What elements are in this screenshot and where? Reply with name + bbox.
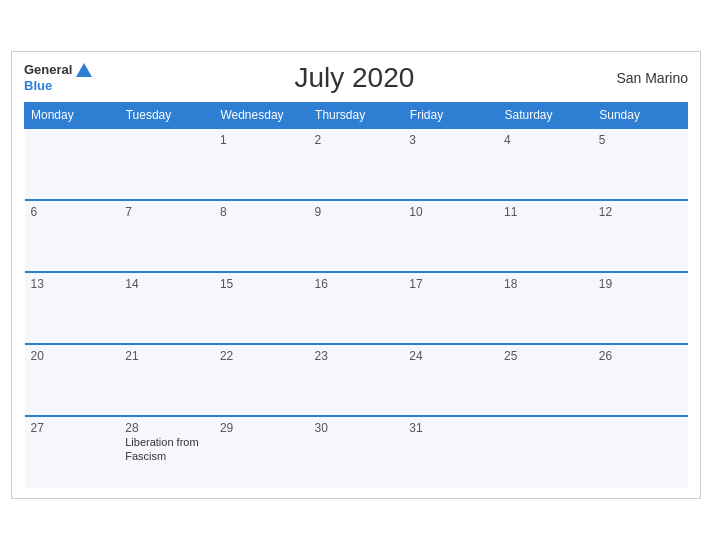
day-number: 21 (125, 349, 208, 363)
logo-triangle-icon (76, 63, 92, 77)
day-number: 20 (31, 349, 114, 363)
day-number: 29 (220, 421, 303, 435)
calendar-table: Monday Tuesday Wednesday Thursday Friday… (24, 102, 688, 488)
calendar-cell: 20 (25, 344, 120, 416)
day-number: 7 (125, 205, 208, 219)
calendar-cell: 14 (119, 272, 214, 344)
calendar-cell: 30 (309, 416, 404, 488)
calendar-cell: 28Liberation from Fascism (119, 416, 214, 488)
day-number: 4 (504, 133, 587, 147)
calendar-cell: 15 (214, 272, 309, 344)
header-sunday: Sunday (593, 103, 688, 129)
calendar-cell: 16 (309, 272, 404, 344)
day-number: 26 (599, 349, 682, 363)
calendar-cell: 10 (403, 200, 498, 272)
calendar-cell (25, 128, 120, 200)
week-row-4: 20212223242526 (25, 344, 688, 416)
calendar-cell: 2 (309, 128, 404, 200)
header-thursday: Thursday (309, 103, 404, 129)
calendar-cell: 4 (498, 128, 593, 200)
day-number: 6 (31, 205, 114, 219)
calendar-cell: 18 (498, 272, 593, 344)
day-number: 28 (125, 421, 208, 435)
day-number: 5 (599, 133, 682, 147)
header-tuesday: Tuesday (119, 103, 214, 129)
days-header-row: Monday Tuesday Wednesday Thursday Friday… (25, 103, 688, 129)
day-number: 31 (409, 421, 492, 435)
day-number: 13 (31, 277, 114, 291)
calendar-cell: 12 (593, 200, 688, 272)
header-wednesday: Wednesday (214, 103, 309, 129)
day-number: 24 (409, 349, 492, 363)
day-number: 16 (315, 277, 398, 291)
calendar-thead: Monday Tuesday Wednesday Thursday Friday… (25, 103, 688, 129)
week-row-5: 2728Liberation from Fascism293031 (25, 416, 688, 488)
header-friday: Friday (403, 103, 498, 129)
calendar-cell: 29 (214, 416, 309, 488)
calendar-header: General Blue July 2020 San Marino (24, 62, 688, 94)
calendar-cell: 19 (593, 272, 688, 344)
calendar-cell: 13 (25, 272, 120, 344)
calendar-cell: 24 (403, 344, 498, 416)
calendar-cell: 11 (498, 200, 593, 272)
calendar-cell: 6 (25, 200, 120, 272)
calendar-cell: 9 (309, 200, 404, 272)
calendar-cell: 7 (119, 200, 214, 272)
calendar-cell: 22 (214, 344, 309, 416)
day-number: 22 (220, 349, 303, 363)
event-label: Liberation from Fascism (125, 436, 198, 462)
calendar-cell: 17 (403, 272, 498, 344)
calendar-cell: 27 (25, 416, 120, 488)
day-number: 9 (315, 205, 398, 219)
calendar-cell: 31 (403, 416, 498, 488)
calendar-cell: 5 (593, 128, 688, 200)
calendar-cell: 25 (498, 344, 593, 416)
day-number: 15 (220, 277, 303, 291)
logo: General Blue (24, 62, 92, 93)
week-row-3: 13141516171819 (25, 272, 688, 344)
day-number: 14 (125, 277, 208, 291)
day-number: 23 (315, 349, 398, 363)
day-number: 11 (504, 205, 587, 219)
day-number: 8 (220, 205, 303, 219)
month-title: July 2020 (294, 62, 414, 94)
calendar-cell: 8 (214, 200, 309, 272)
day-number: 25 (504, 349, 587, 363)
logo-blue: Blue (24, 78, 52, 94)
week-row-2: 6789101112 (25, 200, 688, 272)
header-monday: Monday (25, 103, 120, 129)
week-row-1: 12345 (25, 128, 688, 200)
country-name: San Marino (616, 70, 688, 86)
calendar-cell (119, 128, 214, 200)
calendar-cell: 1 (214, 128, 309, 200)
calendar-body: 1234567891011121314151617181920212223242… (25, 128, 688, 488)
day-number: 1 (220, 133, 303, 147)
header-saturday: Saturday (498, 103, 593, 129)
calendar-cell: 26 (593, 344, 688, 416)
day-number: 17 (409, 277, 492, 291)
calendar-cell: 3 (403, 128, 498, 200)
day-number: 3 (409, 133, 492, 147)
day-number: 27 (31, 421, 114, 435)
day-number: 18 (504, 277, 587, 291)
calendar-cell: 21 (119, 344, 214, 416)
calendar: General Blue July 2020 San Marino Monday… (11, 51, 701, 499)
day-number: 2 (315, 133, 398, 147)
day-number: 12 (599, 205, 682, 219)
day-number: 10 (409, 205, 492, 219)
calendar-cell (498, 416, 593, 488)
logo-general: General (24, 62, 72, 78)
calendar-cell: 23 (309, 344, 404, 416)
calendar-cell (593, 416, 688, 488)
day-number: 19 (599, 277, 682, 291)
day-number: 30 (315, 421, 398, 435)
